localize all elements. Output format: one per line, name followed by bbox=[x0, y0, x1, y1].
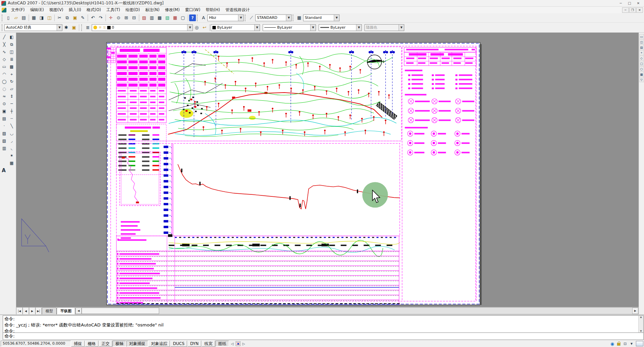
tool-stretch[interactable] bbox=[8, 93, 16, 100]
communication-center-icon[interactable]: ◉ bbox=[609, 341, 615, 347]
menu-help[interactable]: 帮助(H) bbox=[203, 7, 223, 13]
menu-dimension[interactable]: 标注(N) bbox=[143, 7, 162, 13]
toolbar-grip[interactable] bbox=[2, 14, 3, 21]
drawing-canvas[interactable] bbox=[16, 33, 639, 307]
tool-polygon[interactable] bbox=[1, 56, 8, 63]
tool-fillet[interactable] bbox=[8, 145, 16, 152]
next-layout-icon[interactable]: ▷ bbox=[241, 341, 247, 347]
copy-icon[interactable] bbox=[63, 14, 71, 22]
toggle-lwt[interactable]: 线宽 bbox=[202, 341, 215, 347]
markup-button[interactable] bbox=[171, 14, 179, 22]
right-tool-9[interactable] bbox=[639, 77, 644, 82]
tool-mtext[interactable] bbox=[0, 167, 7, 174]
toggle-polar[interactable]: 极轴 bbox=[113, 341, 126, 347]
toolbar-grip[interactable] bbox=[245, 14, 246, 21]
menu-modify[interactable]: 修改(M) bbox=[162, 7, 182, 13]
tool-construction-line[interactable] bbox=[1, 41, 8, 48]
open-button[interactable] bbox=[12, 14, 20, 22]
color-combo[interactable]: ByLayer▼ bbox=[211, 24, 260, 31]
tool-polyline[interactable] bbox=[1, 48, 8, 56]
horizontal-scrollbar[interactable]: ◀ ▶ bbox=[75, 307, 639, 314]
tab-prev-button[interactable]: ◀ bbox=[23, 307, 29, 314]
tool-make-block[interactable] bbox=[1, 115, 8, 122]
properties-button[interactable] bbox=[140, 14, 148, 22]
menu-tools[interactable]: 工具(T) bbox=[104, 7, 123, 13]
dim-style-combo[interactable]: STANDARD▼ bbox=[255, 14, 292, 21]
text-style-icon[interactable] bbox=[200, 14, 207, 22]
lineweight-combo[interactable]: ByLayer▼ bbox=[319, 24, 362, 31]
toggle-paper[interactable]: 图纸 bbox=[215, 341, 229, 347]
tool-break-point[interactable] bbox=[8, 115, 16, 122]
right-tool-1[interactable] bbox=[639, 34, 644, 39]
tool-extend[interactable] bbox=[8, 107, 16, 115]
toggle-osnap[interactable]: 对象捕捉 bbox=[126, 341, 148, 347]
tool-table[interactable] bbox=[1, 145, 8, 152]
save-button[interactable] bbox=[20, 14, 28, 22]
scroll-thumb[interactable] bbox=[82, 308, 159, 314]
status-tray-settings-icon[interactable]: ⊡ bbox=[622, 341, 628, 347]
publish-button[interactable] bbox=[46, 14, 53, 22]
toolbar-grip[interactable] bbox=[2, 24, 3, 31]
toggle-grid[interactable]: 栅格 bbox=[85, 341, 98, 347]
tab-first-button[interactable]: |◀ bbox=[16, 307, 23, 314]
menu-draw[interactable]: 绘图(D) bbox=[123, 7, 143, 13]
right-tool-8[interactable] bbox=[639, 72, 644, 77]
menu-format[interactable]: 格式(O) bbox=[84, 7, 104, 13]
plot-button[interactable] bbox=[30, 14, 38, 22]
child-close-button[interactable]: ✕ bbox=[636, 7, 643, 13]
right-tool-4[interactable] bbox=[639, 50, 644, 55]
tool-line[interactable] bbox=[1, 33, 8, 41]
clean-screen-button[interactable] bbox=[636, 341, 643, 346]
zoom-realtime-button[interactable] bbox=[115, 14, 122, 22]
tool-break[interactable] bbox=[8, 122, 16, 130]
help-button[interactable]: ? bbox=[189, 14, 196, 21]
tool-move[interactable] bbox=[8, 70, 16, 78]
paste-icon[interactable] bbox=[71, 14, 79, 22]
tool-region[interactable] bbox=[1, 137, 8, 145]
layer-previous-button[interactable] bbox=[201, 24, 208, 31]
tool-extra[interactable] bbox=[8, 159, 16, 167]
dim-style-icon[interactable] bbox=[247, 14, 255, 22]
prev-layout-icon[interactable]: ◁ bbox=[229, 341, 235, 347]
tool-explode[interactable] bbox=[8, 152, 16, 159]
tool-scale[interactable] bbox=[8, 85, 16, 93]
tool-erase[interactable] bbox=[8, 33, 16, 41]
sheet-set-manager-button[interactable] bbox=[164, 14, 171, 22]
tool-ellipse[interactable] bbox=[1, 100, 8, 107]
tool-join[interactable] bbox=[8, 130, 16, 137]
menu-pipeline-design[interactable]: 管道线路设计 bbox=[223, 7, 253, 13]
child-restore-button[interactable]: ❐ bbox=[629, 7, 636, 13]
tool-rectangle[interactable] bbox=[1, 63, 8, 70]
tab-layout-pingzongtu[interactable]: 平纵图 bbox=[57, 307, 75, 314]
right-tool-5[interactable] bbox=[639, 56, 644, 61]
toolbar-grip[interactable] bbox=[197, 14, 199, 21]
tool-copy[interactable] bbox=[8, 41, 16, 48]
toggle-ducs[interactable]: DUCS bbox=[170, 341, 187, 347]
tool-chamfer[interactable] bbox=[8, 137, 16, 145]
make-object-layer-current-button[interactable] bbox=[193, 24, 201, 31]
pan-button[interactable] bbox=[107, 14, 115, 22]
toggle-ortho[interactable]: 正交 bbox=[99, 341, 112, 347]
close-button[interactable]: ✕ bbox=[634, 0, 643, 6]
tool-array[interactable] bbox=[8, 63, 16, 70]
linetype-combo[interactable]: ByLayer▼ bbox=[263, 24, 316, 31]
table-style-combo[interactable]: Standard▼ bbox=[303, 14, 340, 21]
menu-window[interactable]: 窗口(W) bbox=[182, 7, 203, 13]
tool-revcloud[interactable] bbox=[1, 85, 8, 93]
right-tool-6[interactable] bbox=[639, 61, 644, 66]
tool-palettes-button[interactable] bbox=[156, 14, 164, 22]
zoom-window-button[interactable] bbox=[122, 14, 130, 22]
layer-properties-manager-button[interactable] bbox=[84, 24, 92, 31]
save-workspace-button[interactable] bbox=[70, 24, 78, 31]
tool-spline[interactable] bbox=[1, 93, 8, 100]
tool-mirror[interactable] bbox=[8, 48, 16, 56]
tool-circle[interactable] bbox=[1, 78, 8, 85]
right-tool-2[interactable] bbox=[639, 39, 644, 44]
tool-offset[interactable] bbox=[8, 56, 16, 63]
cut-icon[interactable] bbox=[56, 14, 63, 22]
tool-trim[interactable] bbox=[8, 100, 16, 107]
plot-preview-button[interactable] bbox=[38, 14, 46, 22]
toggle-snap[interactable]: 捕捉 bbox=[71, 341, 85, 347]
match-properties-button[interactable] bbox=[79, 14, 87, 22]
table-style-icon[interactable] bbox=[295, 14, 303, 22]
